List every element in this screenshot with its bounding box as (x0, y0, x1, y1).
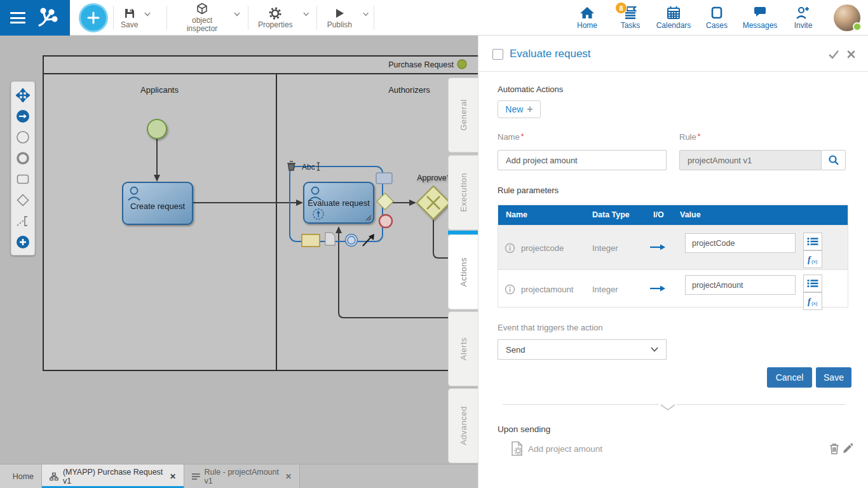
chevron-down-icon[interactable] (363, 12, 369, 17)
entity-list-button[interactable] (803, 274, 822, 292)
properties-button[interactable]: Properties (254, 3, 309, 33)
nav-home[interactable]: Home (568, 6, 606, 30)
expression-button[interactable]: f(x) (803, 292, 822, 310)
annotation-tool[interactable] (11, 210, 35, 231)
start-event-tool[interactable] (11, 126, 35, 147)
gear-icon (269, 7, 281, 20)
chevron-down-icon[interactable] (303, 12, 309, 17)
plus-icon: + (527, 105, 532, 114)
brand-block (0, 0, 70, 36)
gateway-tool[interactable] (11, 189, 35, 210)
home-icon (580, 6, 595, 20)
menu-icon[interactable] (10, 12, 25, 24)
nav-tasks[interactable]: 8 Tasks (611, 6, 649, 30)
close-tab-icon[interactable]: ✕ (170, 472, 176, 481)
process-canvas[interactable]: Purchase Request Applicants Authorizers (0, 36, 478, 464)
param-type: Integer (592, 243, 618, 253)
rule-search-button[interactable] (822, 150, 846, 170)
rule-parameters-table: Name Data Type I/O Value projectcode Int… (498, 205, 848, 308)
cases-icon (709, 6, 724, 20)
flow-tool[interactable] (11, 105, 35, 126)
edit-action-icon[interactable] (842, 443, 853, 454)
col-name: Name (506, 210, 527, 219)
add-intermediate-event-handle[interactable] (346, 234, 358, 247)
add-data-object-handle[interactable] (325, 233, 335, 245)
bottom-tab-rule[interactable]: Rule - projectAmount v1 ✕ (184, 464, 300, 488)
bottom-tab-home[interactable]: Home (0, 464, 42, 488)
open-documents-tabbar: Home (MYAPP) Purchase Request v1 ✕ Rule … (0, 464, 478, 488)
element-checkbox[interactable] (492, 49, 503, 60)
publish-button[interactable]: Publish (323, 3, 369, 33)
add-shape-tool[interactable] (11, 231, 35, 252)
nav-invite[interactable]: Invite (784, 6, 822, 30)
new-action-button[interactable]: New+ (498, 100, 541, 118)
param-value-input[interactable] (685, 233, 796, 253)
bizagi-logo-icon[interactable] (34, 6, 60, 29)
panel-header: Evaluate request (478, 36, 868, 72)
shape-palette (11, 81, 35, 255)
info-icon[interactable] (505, 284, 515, 295)
object-inspector-button[interactable]: object inspector (177, 3, 240, 33)
user-avatar[interactable] (834, 4, 860, 31)
pool-title: Purchase Request (388, 60, 454, 69)
rename-handle[interactable]: Abc (302, 163, 315, 172)
move-tool[interactable] (11, 85, 35, 105)
tab-general[interactable]: General (448, 78, 478, 152)
process-diagram-icon (50, 472, 58, 481)
table-row: projectamount Integer f(x) (498, 269, 848, 307)
message-bubble-icon (752, 6, 768, 20)
col-data-type: Data Type (592, 210, 630, 219)
bpmn-diagram: Purchase Request Applicants Authorizers (0, 36, 478, 464)
top-navigation: Home 8 Tasks Calendars Cases Messages (568, 0, 822, 36)
required-asterisk: * (521, 132, 524, 141)
toolbar-divider (248, 6, 248, 30)
task-tool[interactable] (11, 168, 35, 189)
event-selected-value: Send (506, 345, 651, 355)
delete-action-icon[interactable] (829, 443, 839, 454)
rule-input[interactable] (679, 150, 822, 170)
chevron-down-icon[interactable] (234, 12, 240, 17)
close-tab-icon[interactable]: ✕ (285, 472, 292, 481)
close-icon[interactable] (847, 50, 855, 58)
tab-actions[interactable]: Actions (448, 234, 478, 309)
start-event[interactable] (147, 119, 166, 139)
new-element-button[interactable] (79, 3, 108, 32)
add-task-handle[interactable] (376, 173, 392, 184)
action-list-item[interactable]: Add project amount (510, 441, 847, 458)
add-milestone-handle[interactable] (302, 234, 320, 247)
confirm-icon[interactable] (828, 50, 839, 59)
save-action-button[interactable]: Save (816, 367, 851, 388)
calendar-icon (666, 6, 681, 20)
param-value-input[interactable] (685, 275, 796, 295)
nav-cases[interactable]: Cases (698, 6, 736, 30)
entity-list-button[interactable] (803, 233, 822, 250)
collapse-handle[interactable] (659, 404, 677, 412)
tab-advanced[interactable]: Advanced (448, 388, 478, 463)
task-create-request[interactable]: Create request (123, 182, 193, 224)
publish-play-icon (333, 7, 346, 20)
toolbar-divider (316, 6, 317, 30)
toolbar-divider (166, 6, 167, 30)
add-end-event-handle[interactable] (379, 215, 392, 227)
save-icon (123, 7, 136, 20)
table-header-row: Name Data Type I/O Value (498, 205, 848, 225)
chevron-down-icon[interactable] (144, 12, 151, 17)
rule-parameters-label: Rule parameters (498, 186, 559, 195)
tab-alerts[interactable]: Alerts (448, 311, 478, 386)
expression-button[interactable]: f(x) (803, 250, 822, 268)
cancel-button[interactable]: Cancel (767, 367, 812, 388)
nav-messages[interactable]: Messages (741, 6, 779, 30)
tab-execution[interactable]: Execution (448, 155, 478, 230)
save-button[interactable]: Save (121, 3, 160, 33)
automatic-actions-label: Automatic Actions (498, 85, 563, 94)
end-event-tool[interactable] (11, 147, 35, 168)
event-select[interactable]: Send (498, 339, 667, 360)
table-row: projectcode Integer f(x) (498, 225, 848, 269)
nav-calendars[interactable]: Calendars (654, 6, 693, 30)
task-evaluate-request[interactable]: Evaluate request (304, 182, 374, 223)
bottom-tab-process[interactable]: (MYAPP) Purchase Request v1 ✕ (42, 464, 184, 488)
action-name-input[interactable] (498, 150, 667, 170)
chevron-down-icon (660, 404, 675, 411)
pool-purchase-request[interactable]: Purchase Request Applicants Authorizers (43, 56, 478, 370)
info-icon[interactable] (505, 243, 515, 254)
